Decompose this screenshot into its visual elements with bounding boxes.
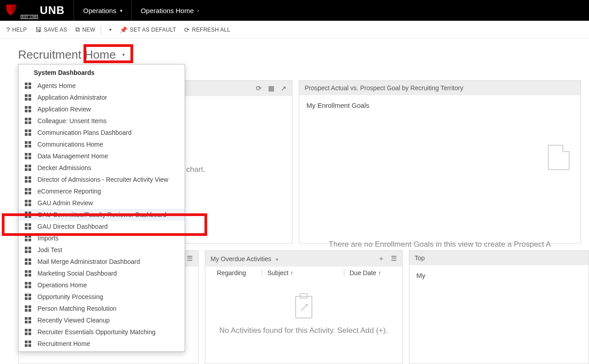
save-as-icon: 🖫 (35, 26, 42, 33)
new-label: NEW (82, 27, 95, 33)
help-button[interactable]: ? HELP (6, 26, 27, 33)
panel-title: Prospect Actual vs. Prospect Goal by Rec… (305, 84, 463, 92)
dashboard-item[interactable]: GAU Admin Review (19, 197, 185, 209)
dashboard-grid-icon (25, 176, 31, 183)
dashboard-grid-icon (25, 270, 31, 276)
dashboard-grid-icon (25, 282, 31, 288)
refresh-icon[interactable]: ⟳ (256, 84, 262, 92)
dashboard-item-label: Recently Viewed Cleanup (37, 317, 110, 324)
pin-icon: 📌 (120, 26, 127, 33)
list-icon[interactable]: ☰ (391, 254, 397, 263)
nav-breadcrumb[interactable]: Operations Home › (132, 0, 208, 21)
panel-title: Top (415, 254, 425, 262)
dashboard-item[interactable]: Decker Admissions (19, 162, 185, 174)
refresh-all-button[interactable]: ⟳ REFRESH ALL (184, 26, 230, 33)
dashboard-item-label: Opportunity Processing (37, 293, 103, 300)
nav-area-label: Operations (83, 7, 116, 14)
dashboard-item[interactable]: Application Review (19, 103, 185, 115)
dashboard-dropdown[interactable]: System Dashboards Agents HomeApplication… (18, 64, 185, 352)
panel-subtitle: My (417, 272, 582, 279)
dashboard-item-label: Colleague: Unsent Items (37, 117, 107, 124)
dashboard-item-label: Recruitment Home (37, 340, 90, 347)
chevron-down-icon[interactable]: ▾ (276, 257, 278, 262)
empty-message: No Activities found for this Activity. S… (213, 326, 395, 335)
new-button[interactable]: ⧉ NEW (75, 26, 95, 33)
dashboard-grid-icon (25, 341, 31, 347)
dashboard-item[interactable]: Colleague: Unsent Items (19, 115, 185, 127)
dashboard-grid-icon (25, 200, 31, 206)
dashboard-item[interactable]: Marketing Social Dashboard (19, 267, 185, 279)
new-dropdown[interactable]: ▾ (109, 27, 111, 32)
dashboard-grid-icon (25, 329, 31, 335)
dashboard-grid-icon (25, 83, 31, 89)
page-title-row: Recruitment Home ▾ (0, 39, 589, 66)
dashboard-grid-icon (25, 141, 31, 147)
save-as-label: SAVE AS (44, 27, 67, 33)
dashboard-item-label: Recruiter Essentials Opportunity Matchin… (37, 328, 155, 336)
dashboard-item-label: Jodi Test (37, 246, 62, 253)
dashboard-item[interactable]: Communications Home (19, 138, 185, 150)
panel-overdue-activities: My Overdue Activities ▾ ＋ ☰ Regarding Su… (205, 250, 403, 364)
dashboard-item[interactable]: eCommerce Reporting (19, 185, 185, 197)
dashboard-item[interactable]: Opportunity Processing (19, 291, 185, 303)
dashboard-grid-icon (25, 153, 31, 159)
grid-icon[interactable]: ▦ (268, 84, 274, 92)
dashboard-picker-toggle[interactable]: ▾ (121, 50, 127, 60)
chevron-down-icon: ▾ (120, 8, 122, 13)
column-headers: Regarding Subject ↑ Due Date ↑ (213, 267, 395, 279)
dashboard-item-label: GAU Admin Review (37, 199, 93, 207)
column-due-date[interactable]: Due Date ↑ (345, 269, 395, 276)
dashboard-item[interactable]: GAU Director Dashboard (19, 221, 185, 232)
brand-name: UNB (40, 5, 65, 16)
dashboard-item-label: Application Review (37, 106, 91, 113)
dashboard-item-label: eCommerce Reporting (37, 188, 101, 195)
dashboard-grid-icon (25, 247, 31, 253)
dashboard-item[interactable]: Recruitment Home (19, 338, 185, 350)
dashboard-item-label: Mail Merge Administrator Dashboard (37, 258, 140, 265)
dashboard-grid-icon (25, 294, 31, 300)
popout-icon[interactable]: ↗ (281, 84, 287, 92)
dashboard-item[interactable]: Recruiter Essentials Opportunity Matchin… (19, 326, 185, 338)
save-as-button[interactable]: 🖫 SAVE AS (35, 26, 67, 33)
dashboard-grid-icon (25, 188, 31, 194)
dashboard-item[interactable]: Recently Viewed Cleanup (19, 314, 185, 326)
command-toolbar: ? HELP 🖫 SAVE AS ⧉ NEW ▾ 📌 SET AS DEFAUL… (0, 21, 589, 39)
dashboard-item[interactable]: Application Administrator (19, 92, 185, 103)
dashboard-grid-icon (25, 212, 31, 218)
dashboard-item[interactable]: Communication Plans Dashboard (19, 127, 185, 138)
column-regarding[interactable]: Regarding (213, 269, 262, 276)
panel-header: Top (409, 251, 589, 265)
dashboard-grid-icon (25, 223, 31, 230)
dashboard-item[interactable]: Imports (19, 232, 185, 244)
dashboard-item[interactable]: GAU Committee/Faculty Reviewer Dashboard (19, 209, 185, 221)
dashboard-grid-icon (25, 118, 31, 124)
document-icon (548, 145, 570, 170)
dashboard-item-label: Director of Admissions - Recruiter Activ… (37, 176, 168, 183)
set-default-button[interactable]: 📌 SET AS DEFAULT (120, 26, 176, 33)
panel-header: My Overdue Activities ▾ ＋ ☰ (205, 251, 402, 267)
panel-header: Prospect Actual vs. Prospect Goal by Rec… (299, 81, 580, 95)
dashboard-item-label: Marketing Social Dashboard (37, 270, 117, 277)
add-icon[interactable]: ＋ (378, 254, 385, 263)
dashboard-item[interactable]: Person Matching Resolution (19, 303, 185, 314)
panel-title: My Overdue Activities (211, 255, 272, 263)
dashboard-grid-icon (25, 165, 31, 171)
brand-est: EST. 1785 (21, 15, 38, 19)
list-icon[interactable]: ☰ (187, 254, 193, 263)
dashboard-item[interactable]: Agents Home (19, 80, 185, 92)
dashboard-item[interactable]: Data Management Home (19, 150, 185, 162)
brand-logo[interactable]: EST. 1785 UNB (0, 0, 74, 21)
dashboard-item-label: Imports (37, 235, 59, 242)
page-title: Recruitment Home (18, 48, 116, 62)
dashboard-item[interactable]: Operations Home (19, 279, 185, 291)
column-subject[interactable]: Subject ↑ (263, 269, 344, 276)
dashboard-item[interactable]: Jodi Test (19, 244, 185, 256)
dashboard-item-label: Agents Home (37, 82, 76, 89)
panel-body: My Enrollment Goals There are no Enrollm… (299, 95, 580, 243)
unb-shield-icon (5, 4, 18, 17)
nav-area-dropdown[interactable]: Operations ▾ (74, 0, 131, 21)
dashboard-item[interactable]: Mail Merge Administrator Dashboard (19, 256, 185, 267)
dashboard-item[interactable]: Director of Admissions - Recruiter Activ… (19, 174, 185, 185)
dashboard-item-label: Communications Home (37, 141, 103, 148)
dashboard-item-label: Person Matching Resolution (37, 305, 116, 312)
